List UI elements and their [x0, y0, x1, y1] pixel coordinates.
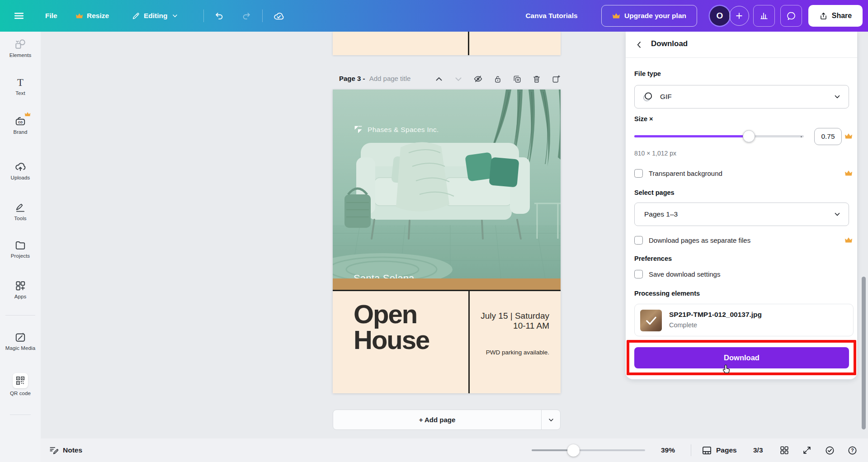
save-settings-checkbox-row[interactable]: Save download settings [634, 270, 720, 278]
sidebar-item-uploads[interactable]: Uploads [0, 161, 41, 180]
hide-page-button[interactable] [473, 74, 483, 84]
select-pages-value: Pages 1–3 [644, 210, 678, 218]
design-brand-logo[interactable]: Phases & Spaces Inc. [354, 125, 439, 134]
select-pages-dropdown[interactable]: Pages 1–3 [634, 203, 849, 226]
transparent-background-checkbox-row[interactable]: Transparent background [634, 169, 722, 178]
upgrade-plan-button[interactable]: Upgrade your plan [601, 5, 697, 27]
add-page-icon-button[interactable] [552, 75, 561, 84]
elements-icon [14, 38, 26, 50]
save-status-button[interactable] [273, 0, 284, 32]
upgrade-label: Upgrade your plan [624, 12, 686, 20]
add-page-options-button[interactable] [541, 410, 560, 429]
qr-code-icon [15, 376, 25, 386]
duplicate-page-button[interactable] [513, 75, 522, 84]
page-number-label: Page 3 - [339, 75, 365, 82]
sidebar-item-label: Apps [14, 294, 27, 299]
resize-button[interactable]: Resize [75, 0, 109, 32]
processing-file-card[interactable]: SP21P-TMP1-012_00137.jpg Complete [634, 304, 854, 336]
select-pages-label: Select pages [634, 189, 675, 196]
size-slider-thumb[interactable] [743, 130, 755, 142]
insights-button[interactable] [753, 5, 775, 27]
size-value-input[interactable]: 0.75 [814, 128, 842, 145]
sidebar-item-tools[interactable]: Tools [0, 202, 41, 221]
page-title-placeholder[interactable]: Add page title [369, 75, 411, 82]
redo-button[interactable] [241, 0, 251, 32]
file-menu-button[interactable]: File [45, 0, 57, 32]
size-label: Size × [634, 115, 653, 123]
checkbox[interactable] [634, 236, 643, 245]
delete-page-button[interactable] [532, 75, 541, 84]
share-button[interactable]: Share [808, 5, 863, 27]
sidebar-item-label: Uploads [11, 175, 30, 180]
checkbox[interactable] [634, 169, 643, 178]
sidebar-item-brand[interactable]: co Brand [0, 115, 41, 135]
magic-media-icon [14, 331, 26, 343]
checkbox[interactable] [634, 270, 643, 278]
sidebar-item-qr-code[interactable]: QR code [0, 373, 41, 396]
download-button[interactable]: Download [634, 347, 849, 368]
design-page-3[interactable]: Phases & Spaces Inc. Santa Solana Open H… [333, 90, 561, 393]
save-settings-label: Save download settings [649, 270, 720, 278]
sidebar-item-projects[interactable]: Projects [0, 239, 41, 259]
pages-view-button[interactable]: Pages [702, 438, 737, 462]
size-slider[interactable] [634, 135, 804, 137]
redo-icon [241, 11, 251, 21]
page-2-bottom-edge[interactable] [333, 32, 561, 55]
zoom-slider-thumb[interactable] [567, 444, 580, 457]
add-member-button[interactable] [729, 6, 749, 26]
design-date-text[interactable]: July 15 | Saturday 10-11 AM [475, 311, 549, 331]
move-page-up-button[interactable] [434, 75, 443, 84]
file-status: Complete [669, 321, 697, 329]
file-type-dropdown[interactable]: GIF [634, 85, 849, 108]
mouse-cursor [722, 364, 731, 377]
design-location-text[interactable]: Santa Solana [354, 273, 415, 278]
design-horizontal-rule [333, 290, 561, 291]
couch-photo[interactable]: Phases & Spaces Inc. Santa Solana [333, 90, 561, 278]
design-gold-band[interactable] [333, 278, 561, 290]
sidebar-item-elements[interactable]: Elements [0, 38, 41, 58]
window-scrollbar[interactable] [862, 277, 866, 429]
account-avatar[interactable]: O [710, 6, 730, 26]
apps-icon [14, 280, 26, 292]
zoom-percentage[interactable]: 39% [661, 438, 675, 462]
grid-view-button[interactable] [779, 445, 789, 455]
sidebar-item-text[interactable]: T Text [0, 76, 41, 96]
bottombar-divider [691, 444, 691, 456]
svg-text:co: co [18, 120, 23, 124]
fullscreen-button[interactable] [802, 445, 812, 455]
sidebar-divider [10, 415, 31, 415]
help-button[interactable]: ? [847, 445, 858, 456]
separate-files-checkbox-row[interactable]: Download pages as separate files [634, 236, 750, 245]
cloud-check-icon [273, 10, 284, 22]
design-headline[interactable]: Open House [354, 301, 429, 353]
crown-icon [75, 13, 83, 19]
undo-button[interactable] [214, 0, 224, 32]
qr-app-tile [13, 373, 28, 388]
back-button[interactable] [635, 40, 644, 49]
page-indicator: 3/3 [753, 438, 763, 462]
download-panel: Download File type GIF Size × 0.75 810 ×… [626, 32, 857, 379]
document-title[interactable]: Canva Tutorials [515, 0, 588, 32]
separate-files-label: Download pages as separate files [649, 236, 750, 244]
notes-button[interactable]: Notes [49, 438, 82, 462]
sidebar-item-apps[interactable]: Apps [0, 280, 41, 299]
design-note-text[interactable]: PWD parking available. [475, 349, 549, 356]
undo-icon [214, 11, 224, 21]
main-menu-button[interactable] [14, 0, 24, 32]
share-label: Share [832, 12, 852, 20]
notes-label: Notes [63, 446, 82, 454]
zoom-slider[interactable] [532, 449, 645, 451]
editing-mode-dropdown[interactable]: Editing [132, 0, 179, 32]
add-page-button[interactable]: + Add page [333, 410, 561, 430]
share-upload-icon [819, 12, 828, 20]
sidebar-item-magic-media[interactable]: Magic Media [0, 331, 41, 351]
design-check-button[interactable] [825, 445, 835, 456]
comments-button[interactable] [780, 5, 802, 27]
lock-page-button[interactable] [493, 75, 502, 84]
file-menu-label: File [45, 12, 57, 20]
svg-text:?: ? [851, 448, 854, 453]
file-thumbnail [640, 310, 662, 331]
brand-logo-mark-icon [354, 125, 363, 134]
move-page-down-button[interactable] [454, 75, 463, 84]
resize-label: Resize [87, 12, 109, 20]
